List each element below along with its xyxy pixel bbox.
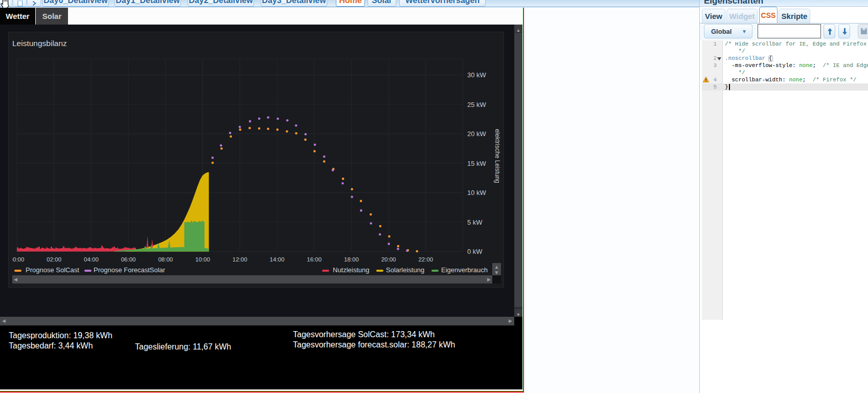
svg-text:22:00: 22:00 — [418, 256, 433, 263]
svg-text:00:00: 00:00 — [10, 256, 25, 263]
svg-text:06:00: 06:00 — [121, 256, 136, 263]
svg-text:08:00: 08:00 — [158, 256, 173, 263]
svg-text:20 kW: 20 kW — [467, 130, 487, 138]
svg-text:10 kW: 10 kW — [467, 189, 487, 196]
svg-text:25 kW: 25 kW — [467, 101, 487, 108]
svg-text:10:00: 10:00 — [195, 256, 210, 263]
svg-text:0 kW: 0 kW — [467, 248, 483, 255]
svg-text:04:00: 04:00 — [84, 256, 99, 263]
svg-text:14:00: 14:00 — [270, 256, 285, 263]
svg-text:16:00: 16:00 — [307, 256, 322, 263]
svg-text:5 kW: 5 kW — [467, 219, 483, 226]
svg-text:30 kW: 30 kW — [467, 71, 487, 79]
svg-text:12:00: 12:00 — [233, 256, 247, 263]
svg-text:20:00: 20:00 — [381, 256, 396, 263]
svg-text:15 kW: 15 kW — [467, 160, 487, 167]
svg-text:18:00: 18:00 — [344, 256, 359, 263]
svg-text:02:00: 02:00 — [47, 256, 61, 263]
svg-text:elektrische Leistung: elektrische Leistung — [494, 129, 501, 183]
